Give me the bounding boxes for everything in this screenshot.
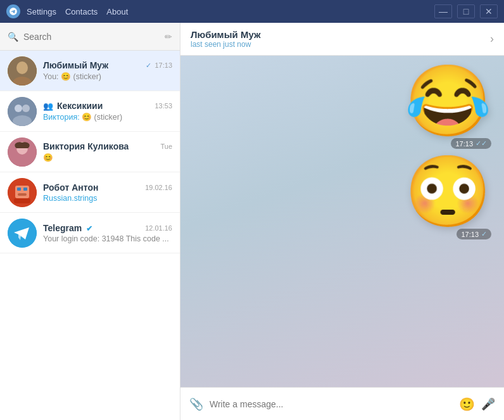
search-input[interactable] bbox=[23, 32, 160, 42]
svg-point-4 bbox=[15, 105, 22, 112]
chat-area: Любимый Муж last seen just now › 😂 17:13… bbox=[180, 23, 504, 420]
sidebar: 🔍 ✏ Любимый Муж ✓ bbox=[0, 23, 180, 420]
chat-item-robot-anton[interactable]: Робот Антон 19.02.16 Russian.strings bbox=[0, 172, 180, 213]
chat-item-keksikiiii[interactable]: 👥 Кексикиии 13:53 Виктория: 😊 (sticker) bbox=[0, 91, 180, 132]
compose-button[interactable]: ✏ bbox=[165, 32, 172, 42]
chat-item-viktoriya[interactable]: Виктория Куликова Tue 😊 bbox=[0, 132, 180, 172]
chat-content-keksikiiii: 👥 Кексикиии 13:53 Виктория: 😊 (sticker) bbox=[43, 101, 172, 122]
chat-preview: Russian.strings bbox=[43, 194, 172, 203]
chat-content-viktoriya: Виктория Куликова Tue 😊 bbox=[43, 141, 172, 162]
avatar-viktoriya bbox=[8, 137, 37, 167]
avatar-keksikiiii bbox=[8, 97, 37, 126]
messages-area: 😂 17:13 ✓✓ 😳 17:13 ✓ bbox=[180, 56, 504, 387]
menu-settings[interactable]: Settings bbox=[27, 7, 56, 16]
message-input-area: 📎 🙂 🎤 bbox=[180, 387, 504, 420]
chat-header-row: Робот Антон 19.02.16 bbox=[43, 182, 172, 193]
chat-time: 12.01.16 bbox=[145, 224, 172, 232]
menu-about[interactable]: About bbox=[106, 7, 128, 16]
svg-rect-11 bbox=[15, 186, 29, 198]
message-row-2: 😳 17:13 ✓ bbox=[193, 156, 491, 239]
avatar-telegram bbox=[8, 219, 37, 248]
search-icon: 🔍 bbox=[8, 32, 18, 42]
close-button[interactable]: ✕ bbox=[480, 4, 498, 18]
chat-header-row: 👥 Кексикиии 13:53 bbox=[43, 101, 172, 111]
svg-rect-15 bbox=[14, 198, 30, 203]
message-time-badge-2: 17:13 ✓ bbox=[457, 229, 491, 239]
sticker-emoji-2: 😳 bbox=[405, 156, 491, 226]
chat-list: Любимый Муж ✓ 17:13 You: 😊 (sticker) bbox=[0, 51, 180, 420]
avatar-lyubimiy-muzh bbox=[8, 56, 37, 86]
chat-name: Робот Антон bbox=[43, 182, 98, 193]
svg-rect-13 bbox=[23, 188, 27, 191]
chat-name: Виктория Куликова bbox=[43, 141, 129, 151]
message-row-1: 😂 17:13 ✓✓ bbox=[193, 66, 491, 149]
titlebar: Settings Contacts About — □ ✕ bbox=[0, 0, 504, 23]
svg-point-5 bbox=[22, 105, 30, 112]
group-icon: 👥 bbox=[43, 101, 53, 111]
verified-badge: ✔ bbox=[86, 224, 92, 233]
chat-header-row: Telegram ✔ 12.01.16 bbox=[43, 223, 172, 233]
chat-time: ✓ 17:13 bbox=[146, 61, 172, 70]
chat-time: Tue bbox=[160, 143, 172, 150]
sticker-message-2: 😳 17:13 ✓ bbox=[405, 156, 491, 239]
chat-item-lyubimiy-muzh[interactable]: Любимый Муж ✓ 17:13 You: 😊 (sticker) bbox=[0, 51, 180, 91]
double-check-icon-1: ✓✓ bbox=[476, 139, 487, 148]
chat-header-bar: Любимый Муж last seen just now › bbox=[180, 23, 504, 56]
chat-preview: You: 😊 (sticker) bbox=[43, 72, 172, 81]
svg-rect-12 bbox=[17, 188, 21, 191]
minimize-button[interactable]: — bbox=[434, 4, 452, 18]
chat-name: 👥 Кексикиии bbox=[43, 101, 103, 111]
sticker-emoji-1: 😂 bbox=[405, 66, 491, 136]
svg-rect-14 bbox=[18, 193, 27, 196]
microphone-button[interactable]: 🎤 bbox=[481, 397, 495, 411]
message-input[interactable] bbox=[210, 399, 453, 409]
check-icon: ✓ bbox=[146, 61, 151, 69]
chat-preview: 😊 bbox=[43, 153, 172, 162]
window-controls: — □ ✕ bbox=[434, 4, 498, 18]
emoji-button[interactable]: 🙂 bbox=[459, 397, 475, 412]
main-layout: 🔍 ✏ Любимый Муж ✓ bbox=[0, 23, 504, 420]
maximize-button[interactable]: □ bbox=[457, 4, 475, 18]
avatar-robot-anton bbox=[8, 178, 37, 207]
app-logo bbox=[6, 4, 20, 18]
chat-header-row: Виктория Куликова Tue bbox=[43, 141, 172, 151]
single-check-icon-2: ✓ bbox=[481, 230, 487, 238]
sticker-message-1: 😂 17:13 ✓✓ bbox=[405, 66, 491, 149]
chat-time: 13:53 bbox=[154, 102, 172, 110]
chevron-right-icon[interactable]: › bbox=[490, 32, 494, 46]
chat-item-telegram[interactable]: Telegram ✔ 12.01.16 Your login code: 319… bbox=[0, 213, 180, 253]
chat-name: Telegram ✔ bbox=[43, 223, 92, 233]
chat-content-lyubimiy-muzh: Любимый Муж ✓ 17:13 You: 😊 (sticker) bbox=[43, 60, 172, 81]
chat-name: Любимый Муж bbox=[43, 60, 108, 70]
chat-time: 19.02.16 bbox=[145, 184, 172, 191]
chat-preview: Виктория: 😊 (sticker) bbox=[43, 112, 172, 122]
chat-header-name: Любимый Муж bbox=[191, 29, 490, 40]
message-time-badge-1: 17:13 ✓✓ bbox=[451, 138, 491, 149]
chat-content-robot-anton: Робот Антон 19.02.16 Russian.strings bbox=[43, 182, 172, 203]
menu-contacts[interactable]: Contacts bbox=[65, 7, 98, 16]
chat-header-info: Любимый Муж last seen just now bbox=[191, 29, 490, 49]
search-bar: 🔍 ✏ bbox=[0, 23, 180, 51]
chat-content-telegram: Telegram ✔ 12.01.16 Your login code: 319… bbox=[43, 223, 172, 243]
attachment-icon[interactable]: 📎 bbox=[189, 397, 203, 411]
chat-header-row: Любимый Муж ✓ 17:13 bbox=[43, 60, 172, 70]
chat-preview: Your login code: 31948 This code ... bbox=[43, 234, 172, 243]
chat-header-status: last seen just now bbox=[191, 40, 490, 49]
svg-point-1 bbox=[16, 61, 28, 74]
menu-bar: Settings Contacts About bbox=[27, 7, 128, 16]
